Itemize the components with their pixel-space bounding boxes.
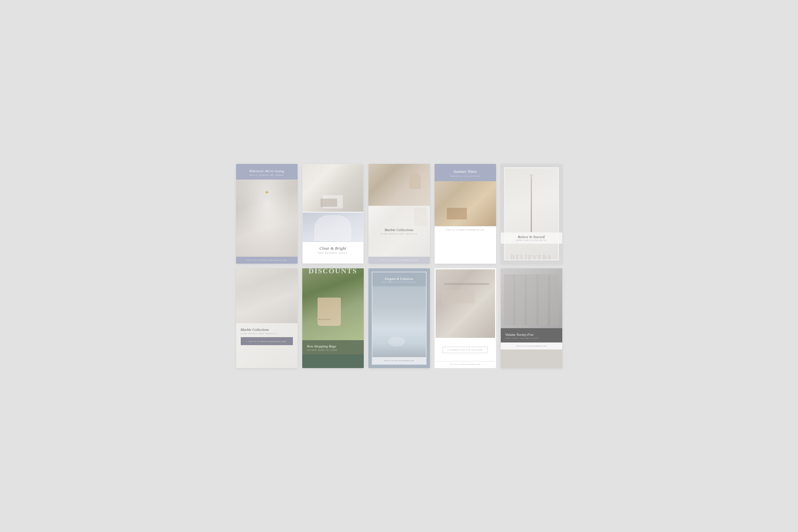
- card8-url: Visit us at www.yourdomain.com: [376, 360, 423, 361]
- card5-believers-watermark: BELIEVERS: [501, 254, 562, 261]
- card4-top-block: Summer Times SPRING IS COLLECTION: [435, 164, 496, 181]
- card-believe[interactable]: Believe In Yourself MAKE SURE TO FOLLOW …: [501, 164, 562, 264]
- card3-mid-section: Marble Collections OVER TWENTY NEW ARRIV…: [368, 206, 430, 257]
- card2-discounts-watermark: DISCOUNTS: [303, 258, 363, 264]
- card7-bottom-text: New Shopping Bags 100 NEW ITEMS IN STORE: [302, 340, 364, 355]
- card10-subtitle: OUR LATEST VOLUME IS OUT!: [506, 338, 557, 339]
- card10-photo: [501, 268, 562, 328]
- card6-url: Visit us at www.yourdomain.com: [244, 341, 290, 342]
- card5-subtitle: MAKE SURE TO FOLLOW US: [505, 240, 558, 241]
- card2-mid-photo: [303, 212, 363, 242]
- card5-text-overlay: Believe In Yourself MAKE SURE TO FOLLOW …: [501, 232, 562, 244]
- card8-photo: [373, 286, 426, 357]
- card7-subtitle: 100 NEW ITEMS IN STORE: [307, 349, 359, 351]
- card3-top-photo: [368, 164, 430, 206]
- card1-subtitle: WE'LL ALWAYS BE THERE: [240, 174, 293, 176]
- card9-surprise-bar: A SURPRISE FOR OUR FOLLOWER: [442, 347, 488, 353]
- card10-url: Visit us at www.yourdomain.com: [504, 345, 559, 347]
- card-clear-bright[interactable]: Clear & Bright NEW BUSINESS GOALS DISCOU…: [302, 164, 364, 264]
- card7-title: New Shopping Bags: [307, 344, 359, 348]
- card9-bottom-section: A SURPRISE FOR OUR FOLLOWER: [436, 338, 495, 361]
- card4-photo: [435, 181, 496, 226]
- card9-photo: [436, 269, 495, 338]
- card9-url: Visit us at www.yourdomain.com: [439, 363, 492, 365]
- card10-bottom-text: Volume Twenty-Five OUR LATEST VOLUME IS …: [501, 328, 562, 342]
- card9-url-bar: Visit us at www.yourdomain.com: [436, 361, 495, 367]
- card8-url-bar: Visit us at www.yourdomain.com: [373, 357, 426, 364]
- card-volume[interactable]: Volume Twenty-Five OUR LATEST VOLUME IS …: [501, 268, 562, 368]
- card3-url-bar: Visit us at www.yourdomain.com: [368, 257, 430, 264]
- card7-photo: [302, 268, 364, 340]
- card2-top-photo: [303, 164, 363, 212]
- card3-subtitle: OVER TWENTY NEW ARRIVALS: [381, 233, 417, 235]
- card-summer[interactable]: Summer Times SPRING IS COLLECTION Visit …: [435, 164, 496, 264]
- card1-top-text: Wherever We're Going WE'LL ALWAYS BE THE…: [236, 164, 298, 179]
- card6-title: Marble Collections: [241, 327, 293, 332]
- card1-url: Visit us at www.yourdomain.com: [240, 259, 294, 261]
- card-elegant[interactable]: Elegant & Fabulous WELCOME TO OUR INSTAG…: [368, 268, 430, 368]
- card6-bottom-section: Marble Collections OVER TWENTY NEW ARRIV…: [236, 323, 298, 368]
- card1-image: [236, 179, 298, 257]
- card8-inner: Elegant & Fabulous WELCOME TO OUR INSTAG…: [372, 272, 426, 365]
- card10-title: Volume Twenty-Five: [506, 333, 557, 337]
- card1-title: Wherever We're Going: [240, 169, 293, 173]
- card5-title: Believe In Yourself: [505, 235, 558, 239]
- card2-title: Clear & Bright: [307, 246, 359, 251]
- card6-url-bar: Visit us at www.yourdomain.com: [241, 337, 293, 345]
- card4-title: Summer Times: [439, 169, 491, 174]
- card-marble-top[interactable]: Marble Collections OVER TWENTY NEW ARRIV…: [368, 164, 430, 264]
- card8-title: Elegant & Fabulous: [376, 277, 422, 281]
- card3-title: Marble Collections: [385, 228, 414, 232]
- card9-surprise-text: A SURPRISE FOR OUR FOLLOWER: [446, 349, 484, 351]
- card2-bottom-text: Clear & Bright NEW BUSINESS GOALS: [303, 243, 363, 258]
- card-wherever[interactable]: Wherever We're Going WE'LL ALWAYS BE THE…: [236, 164, 298, 264]
- card-surprise[interactable]: A SURPRISE FOR OUR FOLLOWER Visit us at …: [435, 268, 496, 368]
- card3-url: Visit us at www.yourdomain.com: [372, 259, 426, 261]
- card7-discounts-watermark: DISCOUNTS: [302, 268, 364, 275]
- card5-frame: [504, 167, 559, 260]
- card6-photo: [236, 268, 298, 323]
- card6-subtitle: OVER TWENTY NEW ARRIVALS: [241, 333, 293, 335]
- card-marble-bottom[interactable]: Marble Collections OVER TWENTY NEW ARRIV…: [236, 268, 298, 368]
- card4-url: Visit us at www.yourdomain.com: [438, 229, 493, 231]
- card2-subtitle: NEW BUSINESS GOALS: [307, 252, 359, 254]
- card8-top-text: Elegant & Fabulous WELCOME TO OUR INSTAG…: [373, 272, 426, 286]
- card1-url-bar: Visit us at www.yourdomain.com: [236, 257, 298, 264]
- card10-url-bar: Visit us at www.yourdomain.com: [501, 342, 562, 349]
- card4-subtitle: SPRING IS COLLECTION: [439, 175, 491, 177]
- card-shopping-bags[interactable]: DISCOUNTS New Shopping Bags 100 NEW ITEM…: [302, 268, 364, 368]
- card8-subtitle: WELCOME TO OUR INSTAGRAM: [376, 281, 422, 283]
- card4-url-bar: Visit us at www.yourdomain.com: [435, 226, 496, 233]
- page-wrapper: Wherever We're Going WE'LL ALWAYS BE THE…: [0, 0, 798, 532]
- template-grid: Wherever We're Going WE'LL ALWAYS BE THE…: [216, 144, 582, 388]
